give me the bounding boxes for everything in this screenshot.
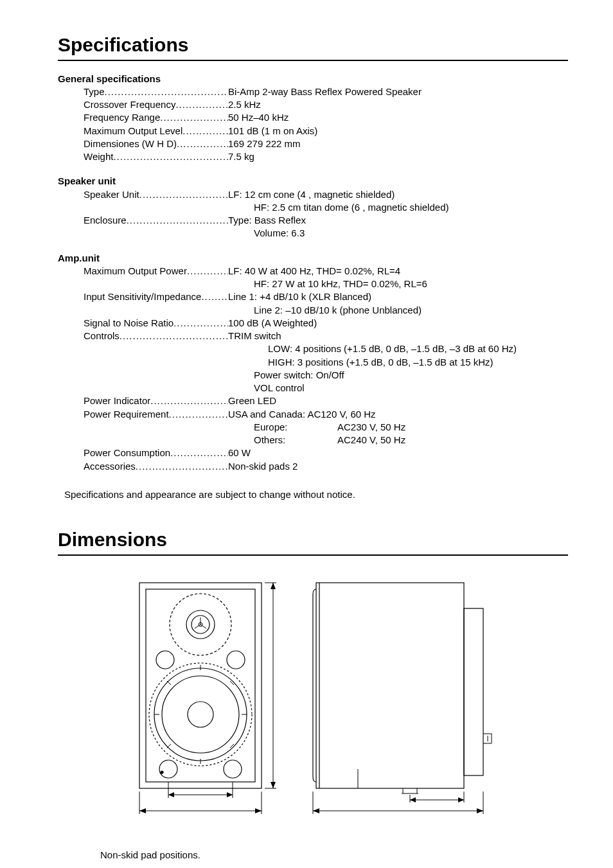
svg-marker-58 <box>458 797 464 802</box>
spec-value: Europe:AC230 V, 50 Hz <box>254 421 568 434</box>
side-view-drawing <box>306 576 499 833</box>
front-view-drawing <box>127 576 281 833</box>
speaker-section-title: Speaker unit <box>58 175 568 188</box>
spec-value: Non-skid pads 2 <box>228 460 568 473</box>
spec-label: Controls <box>84 330 228 342</box>
svg-point-8 <box>149 663 252 766</box>
spec-value: Type: Bass Reflex <box>228 214 568 227</box>
spec-value: 101 dB (1 m on Axis) <box>228 125 568 137</box>
svg-point-6 <box>156 651 174 669</box>
spec-label: Enclosure <box>84 214 228 227</box>
spec-label: Accessories <box>84 460 228 473</box>
spec-label: Signal to Noise Ratio <box>84 317 228 330</box>
spec-label: Maximum Output Level <box>84 125 228 137</box>
spec-value: VOL control <box>254 382 568 394</box>
spec-value: HIGH: 3 positions (+1.5 dB, 0 dB, –1.5 d… <box>254 356 568 369</box>
spec-label: Maximum Output Power <box>84 265 228 278</box>
svg-line-18 <box>167 744 171 748</box>
svg-marker-37 <box>271 782 276 788</box>
spec-value: Volume: 6.3 <box>254 227 568 240</box>
spec-label: Power Requirement <box>84 408 228 421</box>
svg-line-16 <box>167 681 171 685</box>
spec-value: USA and Canada: AC120 V, 60 Hz <box>228 408 568 421</box>
svg-rect-0 <box>139 583 262 788</box>
svg-point-20 <box>159 760 177 778</box>
spec-value: 169 279 222 mm <box>228 137 568 150</box>
svg-point-11 <box>188 702 213 727</box>
spec-label: Dimensiones (W H D) <box>84 137 228 150</box>
specifications-heading: Specifications <box>58 32 568 61</box>
spec-label: Type <box>84 85 228 98</box>
spec-value: LOW: 4 positions (+1.5 dB, 0 dB, –1.5 dB… <box>254 342 568 355</box>
general-section-title: General specifications <box>58 73 568 85</box>
svg-marker-27 <box>255 808 262 813</box>
svg-point-10 <box>162 676 239 753</box>
spec-label: Crossover Frequency <box>84 98 228 111</box>
svg-marker-26 <box>139 808 146 813</box>
spec-label: Input Sensitivity/Impedance <box>84 290 228 303</box>
spec-label: Weight <box>84 150 228 163</box>
svg-point-7 <box>227 651 245 669</box>
spec-value: 2.5 kHz <box>228 98 568 111</box>
svg-marker-53 <box>313 808 319 813</box>
spec-value: TRIM switch <box>228 330 568 342</box>
spec-value: Bi-Amp 2-way Bass Reflex Powered Speaker <box>228 85 568 98</box>
spec-value: HF: 27 W at 10 kHz, THD= 0.02%, RL=6 <box>254 278 568 290</box>
spec-value: 60 W <box>228 447 568 459</box>
dimensions-heading: Dimensions <box>58 527 568 556</box>
diagram-caption: Non-skid pad positions. <box>100 849 568 862</box>
spec-label: Speaker Unit <box>84 188 228 201</box>
svg-rect-38 <box>316 583 464 788</box>
spec-label: Power Indicator <box>84 394 228 407</box>
spec-value: Others:AC240 V, 50 Hz <box>254 434 568 447</box>
spec-value: LF: 40 W at 400 Hz, THD= 0.02%, RL=4 <box>228 265 568 278</box>
dimensions-diagram <box>58 576 568 833</box>
spec-value: LF: 12 cm cone (4 , magnetic shielded) <box>228 188 568 201</box>
spec-label: Power Consumption <box>84 447 228 459</box>
svg-marker-31 <box>168 792 174 797</box>
spec-value: 50 Hz–40 kHz <box>228 111 568 124</box>
disclaimer-text: Specifications and appearance are subjec… <box>64 488 568 501</box>
spec-label: Frequency Range <box>84 111 228 124</box>
spec-value: HF: 2.5 cm titan dome (6 , magnetic shie… <box>254 201 568 214</box>
spec-value: 100 dB (A Weighted) <box>228 317 568 330</box>
spec-value: Line 2: –10 dB/10 k (phone Unblanced) <box>254 304 568 317</box>
svg-marker-54 <box>477 808 483 813</box>
spec-value: Green LED <box>228 394 568 407</box>
spec-value: Power switch: On/Off <box>254 369 568 382</box>
spec-value: Line 1: +4 dB/10 k (XLR Blanced) <box>228 290 568 303</box>
amp-section-title: Amp.unit <box>58 252 568 265</box>
spec-value: 7.5 kg <box>228 150 568 163</box>
svg-point-22 <box>161 771 163 774</box>
svg-point-21 <box>224 760 242 778</box>
svg-marker-36 <box>271 583 276 589</box>
svg-marker-32 <box>227 792 233 797</box>
svg-rect-40 <box>464 608 483 775</box>
svg-marker-57 <box>410 797 416 802</box>
